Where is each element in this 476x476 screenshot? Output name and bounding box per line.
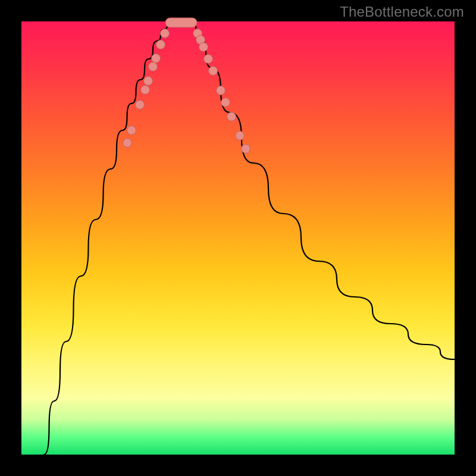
dots-right-group	[193, 29, 250, 154]
data-dot	[161, 29, 170, 38]
data-dot	[242, 145, 250, 154]
watermark-text: TheBottleneck.com	[340, 4, 464, 20]
data-dot	[209, 67, 218, 76]
data-dot	[199, 43, 208, 52]
data-dot	[136, 101, 145, 109]
chart-frame: TheBottleneck.com	[0, 0, 476, 476]
dots-left-group	[123, 29, 170, 148]
data-dot	[236, 131, 245, 140]
data-dot	[123, 139, 132, 148]
data-dot	[227, 112, 236, 121]
curve-right-branch	[192, 23, 455, 359]
data-dot	[204, 55, 213, 64]
data-dot	[127, 126, 136, 135]
data-dot	[221, 98, 230, 107]
data-dot	[156, 40, 165, 49]
chart-svg	[21, 21, 455, 455]
data-dot	[144, 77, 153, 86]
curve-left-branch	[44, 23, 170, 455]
data-dot	[149, 62, 158, 71]
chart-plot-area	[21, 21, 455, 455]
data-dot	[152, 54, 161, 63]
optimum-pill	[165, 18, 197, 27]
data-dot	[141, 86, 150, 95]
data-dot	[217, 86, 226, 95]
